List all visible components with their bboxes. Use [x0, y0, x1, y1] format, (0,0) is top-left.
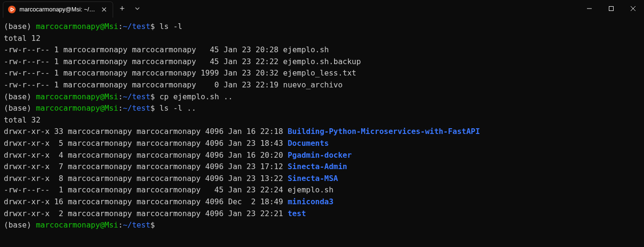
ls-perm: -rw-r--r-- 1 marcocarmonapy marcocarmona…	[4, 68, 283, 77]
prompt-env: (base)	[4, 92, 36, 101]
ls-perm: drwxr-xr-x 5 marcocarmonapy marcocarmona…	[4, 139, 288, 148]
prompt-user-host: marcocarmonapy@Msi	[36, 104, 118, 113]
ls-row: -rw-r--r-- 1 marcocarmonapy marcocarmona…	[4, 79, 640, 91]
prompt-env: (base)	[4, 220, 36, 229]
cmd: cp ejemplo.sh ..	[160, 92, 233, 101]
prompt-cwd: ~/test	[123, 104, 150, 113]
svg-rect-7	[609, 7, 614, 11]
ls-perm: -rw-r--r-- 1 marcocarmonapy marcocarmona…	[4, 80, 283, 89]
maximize-button[interactable]	[600, 0, 622, 17]
total-line: total 12	[4, 33, 640, 45]
prompt-line: (base) marcocarmonapy@Msi:~/test$ cp eje…	[4, 91, 640, 103]
prompt-symbol: $	[150, 22, 159, 31]
ubuntu-icon	[8, 6, 16, 13]
ls-name: ejemplo.sh	[283, 45, 329, 54]
svg-point-2	[10, 8, 11, 9]
ls-perm: -rw-r--r-- 1 marcocarmonapy marcocarmona…	[4, 185, 288, 194]
prompt-cwd: ~/test	[123, 22, 150, 31]
ls-name: miniconda3	[288, 197, 333, 206]
ls-row: -rw-r--r-- 1 marcocarmonapy marcocarmona…	[4, 67, 640, 79]
close-button[interactable]	[622, 0, 644, 17]
prompt-cwd: ~/test	[123, 220, 150, 229]
prompt-user-host: marcocarmonapy@Msi	[36, 22, 118, 31]
prompt-env: (base)	[4, 22, 36, 31]
ls-perm: drwxr-xr-x 33 marcocarmonapy marcocarmon…	[4, 127, 288, 136]
ls-name: ejemplo_less.txt	[283, 68, 356, 77]
tab-dropdown-icon[interactable]	[130, 0, 144, 17]
ls-name: nuevo_archivo	[283, 80, 343, 89]
ls-name: ejemplo.sh.backup	[283, 57, 361, 66]
minimize-button[interactable]	[578, 0, 600, 17]
ls-name: ejemplo.sh	[288, 185, 333, 194]
ls-row: drwxr-xr-x 5 marcocarmonapy marcocarmona…	[4, 138, 640, 150]
tab-close-icon[interactable]	[100, 6, 108, 13]
prompt-symbol: $	[150, 104, 159, 113]
svg-point-0	[11, 9, 13, 11]
prompt-line: (base) marcocarmonapy@Msi:~/test$	[4, 219, 640, 231]
prompt-user-host: marcocarmonapy@Msi	[36, 220, 118, 229]
ls-perm: drwxr-xr-x 16 marcocarmonapy marcocarmon…	[4, 197, 288, 206]
svg-point-1	[13, 9, 14, 10]
prompt-line: (base) marcocarmonapy@Msi:~/test$ ls -l	[4, 21, 640, 33]
ls-row: -rw-r--r-- 1 marcocarmonapy marcocarmona…	[4, 184, 640, 196]
ls-name: Sinecta-MSA	[288, 174, 338, 183]
ls-name: Pgadmin-docker	[288, 151, 352, 160]
ls-name: Documents	[288, 139, 329, 148]
total-line: total 32	[4, 114, 640, 126]
ls-row: drwxr-xr-x 33 marcocarmonapy marcocarmon…	[4, 126, 640, 138]
prompt-line: (base) marcocarmonapy@Msi:~/test$ ls -l …	[4, 103, 640, 114]
prompt-cwd: ~/test	[123, 92, 150, 101]
terminal-area[interactable]: (base) marcocarmonapy@Msi:~/test$ ls -lt…	[0, 17, 644, 231]
tab-title: marcocarmonapy@Msi: ~/tes	[19, 4, 96, 16]
ls-row: drwxr-xr-x 16 marcocarmonapy marcocarmon…	[4, 196, 640, 208]
titlebar: marcocarmonapy@Msi: ~/tes +	[0, 0, 644, 17]
tab-active[interactable]: marcocarmonapy@Msi: ~/tes	[3, 1, 113, 18]
ls-row: drwxr-xr-x 8 marcocarmonapy marcocarmona…	[4, 173, 640, 185]
ls-name: Sinecta-Admin	[288, 162, 347, 171]
ls-row: -rw-r--r-- 1 marcocarmonapy marcocarmona…	[4, 56, 640, 68]
prompt-user-host: marcocarmonapy@Msi	[36, 92, 118, 101]
ls-perm: drwxr-xr-x 2 marcocarmonapy marcocarmona…	[4, 209, 288, 218]
new-tab-button[interactable]: +	[114, 0, 130, 17]
ls-row: drwxr-xr-x 4 marcocarmonapy marcocarmona…	[4, 150, 640, 162]
prompt-symbol: $	[150, 220, 159, 229]
ls-perm: -rw-r--r-- 1 marcocarmonapy marcocarmona…	[4, 57, 283, 66]
ls-perm: drwxr-xr-x 8 marcocarmonapy marcocarmona…	[4, 174, 288, 183]
ls-row: drwxr-xr-x 7 marcocarmonapy marcocarmona…	[4, 161, 640, 173]
ls-row: -rw-r--r-- 1 marcocarmonapy marcocarmona…	[4, 44, 640, 56]
ls-row: drwxr-xr-x 2 marcocarmonapy marcocarmona…	[4, 208, 640, 220]
cmd: ls -l ..	[160, 104, 196, 113]
prompt-symbol: $	[150, 92, 159, 101]
ls-perm: drwxr-xr-x 7 marcocarmonapy marcocarmona…	[4, 162, 288, 171]
ls-perm: drwxr-xr-x 4 marcocarmonapy marcocarmona…	[4, 151, 288, 160]
svg-point-3	[10, 10, 11, 11]
cmd: ls -l	[160, 22, 183, 31]
ls-perm: -rw-r--r-- 1 marcocarmonapy marcocarmona…	[4, 45, 283, 54]
ls-name: test	[288, 209, 306, 218]
prompt-env: (base)	[4, 104, 36, 113]
ls-name: Building-Python-Microservices-with-FastA…	[288, 127, 480, 136]
